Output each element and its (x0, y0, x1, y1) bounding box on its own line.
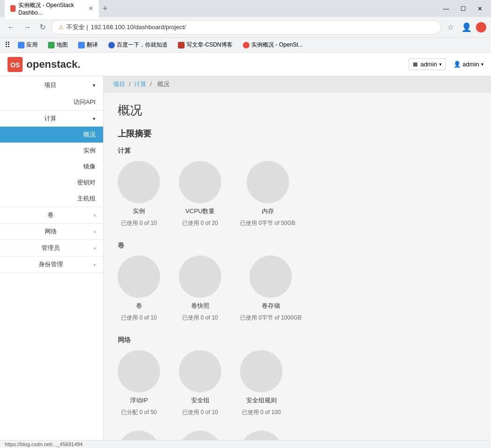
maximize-button[interactable]: ☐ (457, 5, 470, 12)
tab-title: 实例概况 - OpenStack Dashbo... (18, 1, 83, 16)
sidebar-overview[interactable]: 概况 (0, 127, 103, 143)
quota-volumes-circle (118, 256, 160, 298)
bookmark-csdn-favicon (178, 42, 185, 48)
forward-button[interactable]: → (21, 21, 34, 33)
browser-titlebar: 实例概况 - OpenStack Dashbo... ✕ + — ☐ ✕ (0, 0, 491, 17)
browser-controls: ← → ↻ ⚠ 不安全 | 192.168.100.10/dashboard/p… (0, 17, 491, 38)
sidebar-identity-header[interactable]: 身份管理 › (0, 256, 103, 272)
quota-storage: 卷存储 已使用 0字节 of 1000GB (240, 256, 302, 322)
sidebar-network-section: 网络 › (0, 224, 103, 240)
sidebar-admin-header[interactable]: 管理员 › (0, 240, 103, 256)
address-bar[interactable]: ⚠ 不安全 | 192.168.100.10/dashboard/project… (51, 20, 441, 34)
compute-section-title: 计算 (118, 147, 477, 155)
breadcrumb-project[interactable]: 项目 (113, 80, 125, 88)
sidebar-volumes-chevron: › (94, 212, 96, 218)
sidebar-compute-header[interactable]: 计算 ▾ (0, 111, 103, 127)
sidebar-volumes-section: 卷 › (0, 207, 103, 224)
security-icon: ⚠ (58, 24, 64, 31)
address-url: 192.168.100.10/dashboard/project/ (91, 24, 186, 31)
sidebar-images[interactable]: 镜像 (0, 159, 103, 175)
breadcrumb: 项目 / 计算 / 概况 (104, 76, 491, 93)
sidebar-host-groups[interactable]: 主机组 (0, 191, 103, 207)
quota-volumes: 卷 已使用 0 of 10 (118, 256, 160, 322)
user-menu-label: admin (463, 61, 479, 68)
bookmark-baidu-favicon (108, 42, 115, 48)
sidebar-admin-label: 管理员 (41, 244, 60, 252)
app-header: OS openstack. ▦ admin ▾ 👤 admin ▾ (0, 53, 491, 76)
quota-instances-usage: 已使用 0 of 10 (121, 219, 157, 227)
quota-storage-usage: 已使用 0字节 of 1000GB (240, 314, 302, 322)
app-container: OS openstack. ▦ admin ▾ 👤 admin ▾ 项目 (0, 53, 491, 448)
quota-volumes-usage: 已使用 0 of 10 (121, 314, 157, 322)
quota-snapshots: 卷快照 已使用 0 of 10 (179, 256, 221, 322)
breadcrumb-sep2: / (150, 80, 153, 88)
quota-security-rules-circle (240, 350, 282, 392)
svg-text:OS: OS (10, 61, 20, 69)
sidebar-volumes-header[interactable]: 卷 › (0, 207, 103, 223)
breadcrumb-compute[interactable]: 计算 (134, 80, 146, 88)
tab-favicon (10, 5, 16, 12)
sidebar-network-header[interactable]: 网络 › (0, 224, 103, 240)
sidebar: 项目 ▾ 访问API 计算 ▾ 概况 实例 (0, 76, 104, 448)
quota-memory-usage: 已使用 0字节 of 50GB (240, 219, 295, 227)
quota-security-rules: 安全组规则 已使用 0 of 100 (240, 350, 282, 416)
sidebar-compute-label: 计算 (44, 114, 56, 123)
quota-floating-ip-label: 浮动IP (130, 396, 148, 405)
compute-quota-grid: 实例 已使用 0 of 10 VCPU数量 已使用 0 of 20 内存 已使用… (118, 161, 477, 227)
quota-storage-label: 卷存储 (262, 302, 280, 310)
back-button[interactable]: ← (5, 21, 18, 33)
sidebar-network-label: 网络 (45, 227, 57, 236)
quota-vcpu-usage: 已使用 0 of 20 (182, 219, 218, 227)
quota-memory-label: 内存 (262, 207, 274, 216)
volumes-quota-grid: 卷 已使用 0 of 10 卷快照 已使用 0 of 10 卷存储 已使用 0字… (118, 256, 477, 322)
sidebar-admin-section: 管理员 › (0, 240, 103, 256)
quota-security-groups-label: 安全组 (191, 396, 209, 405)
quota-snapshots-label: 卷快照 (191, 302, 209, 310)
user-chevron-icon: ▾ (481, 62, 483, 67)
sidebar-compute-chevron: ▾ (93, 116, 96, 122)
project-icon: ▦ (413, 61, 418, 67)
content-inner: 概况 上限摘要 计算 实例 已使用 0 of 10 VCPU数量 (104, 93, 491, 448)
sidebar-project-chevron: ▾ (93, 82, 96, 88)
user-menu[interactable]: 👤 admin ▾ (453, 61, 483, 68)
user-icon: 👤 (453, 61, 461, 68)
bookmark-star-icon[interactable]: ☆ (444, 21, 457, 34)
extension-icon[interactable] (476, 22, 486, 32)
sidebar-project-section: 项目 ▾ 访问API (0, 76, 103, 111)
bookmarks-bar: ⠿ 应用 地图 翻译 百度一下，你就知道 写文章-CSDN博客 实例概况 - O… (0, 38, 491, 53)
quota-memory-circle (247, 161, 289, 203)
project-selector[interactable]: ▦ admin ▾ (409, 58, 445, 70)
sidebar-access-api[interactable]: 访问API (0, 94, 103, 110)
quota-storage-circle (250, 256, 292, 298)
bookmark-translate[interactable]: 翻译 (75, 40, 101, 50)
browser-tab[interactable]: 实例概况 - OpenStack Dashbo... ✕ (5, 0, 99, 19)
bookmark-maps[interactable]: 地图 (45, 40, 71, 50)
bookmark-openstack[interactable]: 实例概况 - OpenSt... (240, 40, 306, 50)
bookmark-csdn[interactable]: 写文章-CSDN博客 (175, 40, 235, 50)
quota-volumes-label: 卷 (136, 302, 142, 310)
address-text: 不安全 | (66, 23, 88, 32)
bookmark-apps[interactable]: 应用 (15, 40, 40, 50)
quota-floating-ip: 浮动IP 已分配 0 of 50 (118, 350, 160, 416)
sidebar-volumes-label: 卷 (48, 211, 54, 219)
sidebar-project-header[interactable]: 项目 ▾ (0, 76, 103, 94)
bookmark-favicon (18, 42, 24, 48)
sidebar-instances[interactable]: 实例 (0, 143, 103, 159)
bookmark-baidu[interactable]: 百度一下，你就知道 (105, 40, 170, 50)
quota-instances: 实例 已使用 0 of 10 (118, 161, 160, 227)
quota-floating-ip-usage: 已分配 0 of 50 (121, 408, 157, 416)
new-tab-button[interactable]: + (103, 4, 108, 14)
tab-close-button[interactable]: ✕ (89, 5, 93, 12)
apps-icon: ⠿ (5, 40, 10, 49)
sidebar-identity-label: 身份管理 (39, 260, 63, 269)
quota-vcpu: VCPU数量 已使用 0 of 20 (179, 161, 221, 227)
main-layout: 项目 ▾ 访问API 计算 ▾ 概况 实例 (0, 76, 491, 448)
breadcrumb-sep1: / (129, 80, 132, 88)
account-icon[interactable]: 👤 (460, 21, 473, 34)
sidebar-keypairs[interactable]: 密钥对 (0, 175, 103, 191)
close-button[interactable]: ✕ (474, 5, 486, 12)
minimize-button[interactable]: — (439, 5, 453, 12)
refresh-button[interactable]: ↻ (37, 21, 48, 33)
limits-section: 上限摘要 计算 实例 已使用 0 of 10 VCPU数量 已使用 0 of 2… (118, 128, 477, 448)
quota-snapshots-usage: 已使用 0 of 10 (182, 314, 218, 322)
